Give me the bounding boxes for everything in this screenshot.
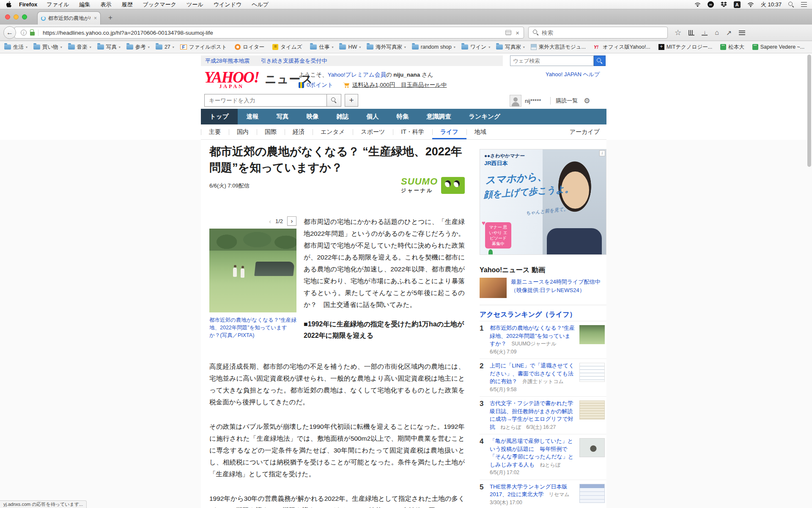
bookmark-star-icon[interactable]: ☆ (675, 28, 681, 37)
page-info-icon[interactable]: i (21, 30, 27, 36)
yahoo-logo[interactable]: YAHOO! JAPAN ニュース (204, 70, 313, 90)
input-source-icon[interactable]: A (734, 1, 741, 8)
bookmark-item[interactable]: Sapere Vedere ~... (752, 44, 807, 50)
bookmark-item[interactable]: random shop▾ (412, 44, 455, 50)
bookmark-item[interactable]: 写真家▾ (496, 44, 525, 51)
premium-member-link[interactable]: Yahoo!プレミアム会員 (328, 72, 386, 78)
new-tab-button[interactable]: + (105, 14, 116, 22)
menubar-menu-item[interactable]: ヘルプ (252, 1, 269, 8)
main-nav-tab[interactable]: トップ (201, 109, 238, 124)
spotlight-search-icon[interactable] (788, 2, 794, 8)
menubar-app-name[interactable]: Firefox (19, 1, 37, 8)
photo-prev-button[interactable]: ‹ (269, 218, 271, 225)
dropbox-icon[interactable] (721, 2, 727, 7)
bookmark-item[interactable]: オフィス版Yahoo!... (594, 44, 653, 51)
bookmark-item[interactable]: ロイター (235, 44, 266, 51)
back-button[interactable]: ← (3, 26, 16, 39)
ranking-item[interactable]: 2上司に「LINE」で「退職させてください」、書面で出さなくても法的に有効？ 弁… (480, 359, 606, 396)
main-nav-tab[interactable]: 速報 (238, 109, 268, 124)
library-icon[interactable] (689, 30, 694, 36)
video-link[interactable]: 最新ニュースを24時間ライブ配信中（映像提供:日テレNEWS24） (511, 278, 606, 298)
bookmark-item[interactable]: ファイルポスト (180, 44, 229, 51)
sub-nav-item[interactable]: エンタメ (313, 124, 353, 139)
ranking-item[interactable]: 3古代文字・フシテ語で書かれた学級日誌、担任教師がまさかの解読に成功→学生がヒエ… (480, 396, 606, 434)
ad-info-icon[interactable]: i (599, 150, 605, 156)
menu-hamburger-icon[interactable] (739, 30, 745, 35)
tab-close-icon[interactable]: × (94, 15, 97, 21)
ranking-item[interactable]: 4「亀が風呂場で産卵していた」という投稿が話題に 毎年恒例で「そんな季節になった… (480, 434, 606, 480)
main-nav-tab[interactable]: 意識調査 (418, 109, 460, 124)
photo-next-button[interactable]: › (287, 216, 296, 226)
add-search-button[interactable]: + (345, 94, 358, 107)
main-nav-tab[interactable]: 映像 (298, 109, 328, 124)
home-icon[interactable]: ⌂ (715, 29, 719, 36)
bookmark-item[interactable]: 海外写真家▾ (367, 44, 406, 51)
close-window-button[interactable] (5, 14, 10, 19)
main-nav-tab[interactable]: 雑誌 (328, 109, 358, 124)
notice-link[interactable]: 引き続き支援募金を受付中 (261, 57, 327, 65)
bookmark-item[interactable]: 音楽▾ (68, 44, 91, 51)
main-nav-tab[interactable]: 個人 (358, 109, 388, 124)
wifi-icon[interactable] (747, 2, 754, 7)
points-link[interactable]: 0ポイント (307, 81, 333, 89)
bookmark-item[interactable]: 松本大 (720, 44, 746, 51)
downloads-icon[interactable]: ↓ (702, 30, 708, 36)
menubar-menu-item[interactable]: ファイル (47, 1, 69, 8)
browser-search-field[interactable] (528, 27, 668, 39)
yahoo-help-link[interactable]: Yahoo! JAPAN ヘルプ (546, 71, 600, 77)
notice-link[interactable]: 平成28年熊本地震 (205, 57, 250, 65)
share-icon[interactable]: ↗ (726, 29, 732, 37)
menubar-menu-item[interactable]: 編集 (80, 1, 91, 8)
sub-nav-item[interactable]: 地域 (466, 124, 494, 139)
bookmark-item[interactable]: 写真▾ (97, 44, 121, 51)
menubar-menu-item[interactable]: ツール (187, 1, 203, 8)
bookmark-item[interactable]: 生活▾ (4, 44, 27, 51)
ranking-item[interactable]: 5THE世界大学ランキング日本版2017、2位に東北大学 リセマム 3/30(木… (480, 480, 606, 508)
airplay-audio-icon[interactable] (694, 2, 701, 7)
zoom-window-button[interactable] (22, 14, 27, 19)
browser-tab[interactable]: 都市近郊の農地がなくなる？“ × (37, 11, 101, 25)
bookmark-item[interactable]: 買い物▾ (33, 44, 62, 51)
sub-nav-item[interactable]: IT・科学 (393, 124, 432, 139)
bookmark-item[interactable]: タイムズ (272, 44, 304, 51)
menubar-menu-item[interactable]: 表示 (101, 1, 112, 8)
sub-nav-item[interactable]: 国内 (229, 124, 257, 139)
web-search-input[interactable] (510, 55, 594, 66)
subscription-list-link[interactable]: 購読一覧 (556, 97, 578, 105)
menubar-menu-item[interactable]: 履歴 (122, 1, 133, 8)
bookmark-item[interactable]: ワイン▾ (461, 44, 490, 51)
main-nav-tab[interactable]: ランキング (460, 109, 509, 124)
notification-center-icon[interactable] (801, 2, 807, 7)
menubar-menu-item[interactable]: ウインドウ (214, 1, 242, 8)
minimize-window-button[interactable] (14, 14, 19, 19)
menubar-menu-item[interactable]: ブックマーク (143, 1, 177, 8)
bookmark-item[interactable]: 参考▾ (126, 44, 150, 51)
bookmark-item[interactable]: 仕事▾ (310, 44, 333, 51)
apple-menu[interactable] (6, 1, 11, 8)
promo-link[interactable]: 送料込み1,000円 目玉商品セール中 (352, 81, 447, 89)
gear-icon[interactable]: ⚙ (584, 97, 590, 105)
address-bar[interactable]: i https://headlines.yahoo.co.jp/hl?a=201… (14, 27, 524, 39)
ranking-item[interactable]: 1都市近郊の農地がなくなる？“生産緑地、2022年問題”を知っていますか？ SU… (480, 321, 606, 359)
web-search-button[interactable] (594, 55, 606, 66)
creative-cloud-icon[interactable]: ∞ (708, 1, 714, 8)
sub-nav-item[interactable]: 主要 (201, 124, 229, 139)
keyword-search-input[interactable] (204, 94, 327, 107)
main-nav-tab[interactable]: 写真 (268, 109, 298, 124)
browser-search-input[interactable] (542, 30, 663, 36)
article-photo[interactable] (209, 229, 296, 312)
bookmark-item[interactable]: 東外大言語モジュ... (531, 44, 588, 51)
bookmark-item[interactable]: 27▾ (156, 44, 174, 50)
scrollbar-thumb[interactable] (807, 55, 811, 167)
avatar[interactable] (510, 95, 521, 107)
sub-nav-item[interactable]: 国際 (257, 124, 285, 139)
main-nav-tab[interactable]: 特集 (388, 109, 418, 124)
url-text[interactable]: https://headlines.yahoo.co.jp/hl?a=20170… (38, 30, 502, 36)
bookmark-item[interactable]: MITテクノロジー... (658, 44, 714, 51)
sub-nav-item[interactable]: ライフ (432, 124, 466, 139)
source-logo[interactable]: SUUMO ジャーナル (401, 176, 465, 194)
user-name[interactable]: nij***** (525, 98, 541, 104)
ad-banner[interactable]: ●●さわやかマナー JR西日本 スマホから、 顔を上げて歩こうよ。 ちゃんと前を… (480, 149, 606, 255)
video-item[interactable]: 最新ニュースを24時間ライブ配信中（映像提供:日テレNEWS24） (480, 278, 606, 298)
reader-mode-icon[interactable] (505, 30, 511, 35)
